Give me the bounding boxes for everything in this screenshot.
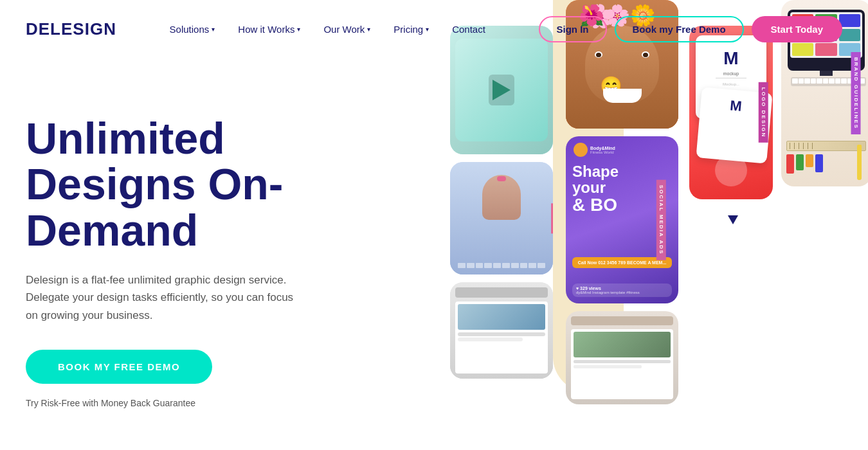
book-free-demo-hero-button[interactable]: BOOK MY FREE DEMO	[26, 350, 212, 384]
hero-description: Delesign is a flat-fee unlimited graphic…	[26, 271, 302, 324]
collage-col-2: 😁 🌺🌸🌼 Body&Mind Fitness World	[566, 0, 682, 404]
nav-item-pricing[interactable]: Pricing ▾	[384, 19, 438, 40]
start-today-button[interactable]: Start Today	[752, 16, 842, 42]
chevron-down-icon: ▾	[212, 26, 215, 33]
bg-decoration-rect	[553, 0, 624, 392]
card-keyboard: UI/UX	[450, 162, 553, 274]
logo-design-label: LOGO DESIGN	[758, 82, 768, 143]
nav-item-solutions[interactable]: Solutions ▾	[161, 19, 224, 40]
card-extra-website	[566, 311, 678, 404]
website-bar	[455, 287, 548, 298]
brand-guidelines-label: BRAND GUIDELINES	[851, 52, 860, 134]
logo[interactable]: DELESIGN	[26, 19, 116, 39]
nav-item-how-it-works[interactable]: How it Works ▾	[229, 19, 309, 40]
navbar: DELESIGN Solutions ▾ How it Works ▾ Our …	[0, 0, 868, 58]
nav-item-our-work[interactable]: Our Work ▾	[314, 19, 379, 40]
chevron-down-icon: ▾	[297, 26, 300, 33]
book-free-demo-nav-button[interactable]: Book my Free Demo	[615, 16, 744, 42]
card-website	[450, 282, 553, 379]
uiux-label-side: UI/UX	[551, 203, 553, 233]
chevron-down-icon: ▾	[367, 26, 370, 33]
nav-links: Solutions ▾ How it Works ▾ Our Work ▾ Pr…	[161, 19, 494, 40]
collage-col-1: VIDEO ANIMATION	[450, 26, 559, 379]
website-content	[455, 302, 548, 374]
nav-item-contact[interactable]: Contact	[443, 19, 494, 40]
sign-in-button[interactable]: Sign In	[539, 16, 607, 42]
hero-guarantee-text: Try Risk-Free with Money Back Guarantee	[26, 398, 386, 408]
hero-collage: VIDEO ANIMATION	[431, 0, 868, 450]
hero-section: Unlimited Designs On-Demand Delesign is …	[0, 58, 868, 450]
hero-title: Unlimited Designs On-Demand	[26, 116, 386, 253]
video-animation-label: VIDEO ANIMATION	[531, 52, 541, 128]
hero-content: Unlimited Designs On-Demand Delesign is …	[26, 77, 386, 408]
chevron-down-icon: ▾	[426, 26, 429, 33]
social-media-ads-label: SOCIAL MEDIA ADS	[656, 180, 666, 260]
nav-cta-group: Sign In Book my Free Demo Start Today	[539, 16, 842, 42]
card-social-media: Body&Mind Fitness World Shapeyour& BO Ca…	[566, 136, 678, 303]
